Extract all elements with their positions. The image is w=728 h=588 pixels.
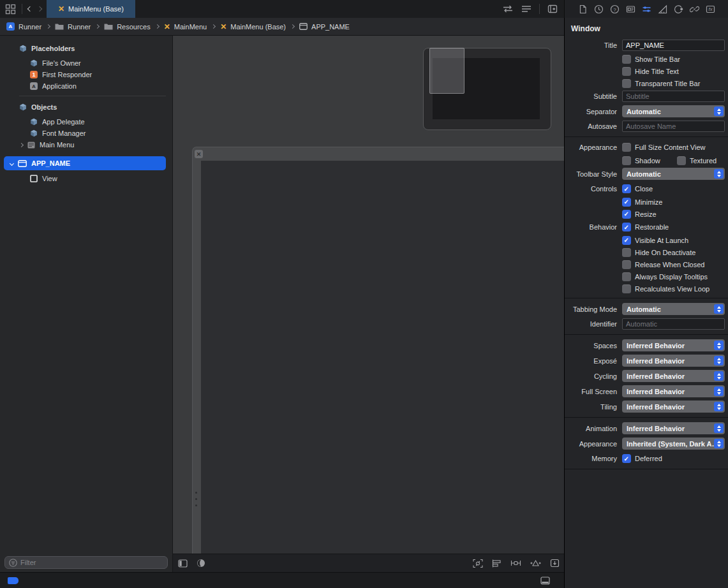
appearance-toggle-icon[interactable] xyxy=(197,559,205,568)
checkbox-close[interactable]: Close xyxy=(622,184,653,194)
checkbox-restorable[interactable]: Restorable xyxy=(622,223,669,232)
close-icon[interactable]: ✕ xyxy=(195,150,203,158)
editor-options-icon[interactable] xyxy=(521,5,531,13)
title-field[interactable]: APP_NAME xyxy=(622,40,725,51)
checkbox xyxy=(622,79,631,88)
checkbox-minimize[interactable]: Minimize xyxy=(622,197,728,207)
outline-item-first-responder[interactable]: 1 First Responder xyxy=(0,69,172,80)
add-constraints-icon[interactable] xyxy=(510,559,521,568)
popup-stepper-icon xyxy=(714,356,724,365)
breadcrumb-item-file[interactable]: ✕ MainMenu (Base) xyxy=(220,23,286,31)
field-label: Identifier xyxy=(565,320,617,328)
toolbar-style-popup[interactable]: Automatic xyxy=(622,168,725,180)
outline-item-app-name-selected[interactable]: APP_NAME xyxy=(4,156,166,170)
appearance-popup[interactable]: Inherited (System, Dark A… xyxy=(622,437,725,450)
checkbox-resize[interactable]: Resize xyxy=(622,209,728,219)
tabbing-mode-popup[interactable]: Automatic xyxy=(622,303,725,315)
checkbox-hide-on-deactivate[interactable]: Hide On Deactivate xyxy=(622,247,728,257)
outline-section-placeholders[interactable]: Placeholders xyxy=(0,41,172,55)
checkbox-recalculates-view-loop[interactable]: Recalculates View Loop xyxy=(622,284,728,293)
update-frames-icon[interactable] xyxy=(473,559,483,568)
folder-icon xyxy=(55,23,64,30)
checkbox-always-display-tooltips[interactable]: Always Display Tooltips xyxy=(622,272,728,281)
tab-mainmenu-base[interactable]: ✕ MainMenu (Base) xyxy=(47,0,135,18)
checkbox-hide-title-text[interactable]: Hide Title Text xyxy=(622,66,728,76)
cube-icon xyxy=(30,129,38,137)
embed-in-icon[interactable] xyxy=(550,559,560,568)
checkbox-textured[interactable]: Textured xyxy=(677,156,717,165)
attributes-inspector-icon[interactable] xyxy=(642,4,651,14)
checkbox-visible-at-launch[interactable]: Visible At Launch xyxy=(622,235,728,245)
outline-divider xyxy=(19,96,166,96)
popup-stepper-icon xyxy=(714,341,724,350)
size-inspector-icon[interactable] xyxy=(658,4,667,14)
menu-panel-overlay[interactable] xyxy=(429,48,464,94)
autosave-field[interactable]: Autosave Name xyxy=(622,121,725,132)
window-content-view[interactable] xyxy=(201,161,565,554)
filter-input[interactable]: Filter xyxy=(4,556,168,569)
tiling-popup[interactable]: Inferred Behavior xyxy=(622,401,725,413)
outline-item-view[interactable]: View xyxy=(0,173,172,184)
outline-item-font-manager[interactable]: Font Manager xyxy=(0,128,172,139)
outline-item-files-owner[interactable]: File's Owner xyxy=(0,57,172,69)
disclosure-chevron-icon[interactable] xyxy=(19,142,24,147)
identifier-field[interactable]: Automatic xyxy=(622,318,725,330)
forward-button[interactable] xyxy=(37,6,42,11)
resize-grip[interactable] xyxy=(195,492,197,506)
activity-pill[interactable] xyxy=(8,577,19,584)
animation-popup[interactable]: Inferred Behavior xyxy=(622,422,725,434)
outline-item-main-menu[interactable]: Main Menu xyxy=(0,139,172,151)
xib-file-icon: ✕ xyxy=(220,23,227,31)
code-review-icon[interactable] xyxy=(502,5,514,13)
checkbox-transparent-title-bar[interactable]: Transparent Title Bar xyxy=(622,78,728,88)
popup-stepper-icon xyxy=(714,107,724,116)
editor-layout-grid-icon[interactable] xyxy=(5,4,16,15)
outline-toggle-icon[interactable] xyxy=(178,559,188,568)
field-label: Tiling xyxy=(565,403,617,411)
file-inspector-icon[interactable] xyxy=(578,4,588,14)
add-editor-icon[interactable] xyxy=(547,4,558,13)
popup-stepper-icon xyxy=(714,169,724,179)
outline-section-objects[interactable]: Objects xyxy=(0,100,172,114)
breadcrumb-separator xyxy=(155,24,160,29)
checkbox-deferred[interactable]: Deferred xyxy=(622,454,662,464)
bottom-bar-toggle-icon[interactable] xyxy=(540,577,550,585)
back-button[interactable] xyxy=(27,6,33,11)
full-screen-popup[interactable]: Inferred Behavior xyxy=(622,385,725,397)
tab-bar: ✕ MainMenu (Base) xyxy=(0,0,728,18)
outline-item-application[interactable]: A Application xyxy=(0,80,172,92)
application-icon: A xyxy=(30,82,38,90)
checkbox-shadow[interactable]: Shadow xyxy=(622,156,677,165)
field-label: Memory xyxy=(565,455,617,462)
interface-builder-canvas[interactable]: ✕ xyxy=(172,36,564,572)
debug-bar xyxy=(0,572,564,588)
checkbox-show-title-bar[interactable]: Show Title Bar xyxy=(622,54,728,64)
view-effects-inspector-icon[interactable]: fx xyxy=(706,4,715,14)
breadcrumb-item-project[interactable]: A Runner xyxy=(6,22,41,31)
cycling-popup[interactable]: Inferred Behavior xyxy=(622,370,725,382)
document-outline: Placeholders File's Owner 1 First Respon… xyxy=(0,36,172,572)
checkbox-full-size-content-view[interactable]: Full Size Content View xyxy=(622,143,705,152)
app-window-editor[interactable]: ✕ xyxy=(192,147,565,554)
subtitle-field[interactable]: Subtitle xyxy=(622,91,725,102)
expose-popup[interactable]: Inferred Behavior xyxy=(622,355,725,367)
separator-popup[interactable]: Automatic xyxy=(622,105,725,117)
checkbox-release-when-closed[interactable]: Release When Closed xyxy=(622,260,728,269)
breadcrumb-item-group[interactable]: Resources xyxy=(104,23,151,31)
resolve-autolayout-icon[interactable] xyxy=(530,559,541,568)
disclosure-chevron-icon[interactable] xyxy=(10,161,14,165)
svg-text:?: ? xyxy=(613,6,616,12)
identity-inspector-icon[interactable] xyxy=(626,4,635,14)
filter-placeholder: Filter xyxy=(20,559,36,566)
bindings-inspector-icon[interactable] xyxy=(690,4,699,14)
align-icon[interactable] xyxy=(492,559,501,568)
spaces-popup[interactable]: Inferred Behavior xyxy=(622,339,725,351)
breadcrumb-item-file[interactable]: ✕ MainMenu xyxy=(164,23,207,31)
attributes-inspector: Window Title APP_NAME Show Title Bar Hid… xyxy=(564,18,728,588)
connections-inspector-icon[interactable] xyxy=(674,4,683,14)
breadcrumb-item-object[interactable]: APP_NAME xyxy=(299,23,350,31)
outline-item-app-delegate[interactable]: App Delegate xyxy=(0,116,172,128)
breadcrumb-item-group[interactable]: Runner xyxy=(55,23,91,31)
quick-help-inspector-icon[interactable]: ? xyxy=(610,4,620,14)
history-inspector-icon[interactable] xyxy=(594,4,604,14)
